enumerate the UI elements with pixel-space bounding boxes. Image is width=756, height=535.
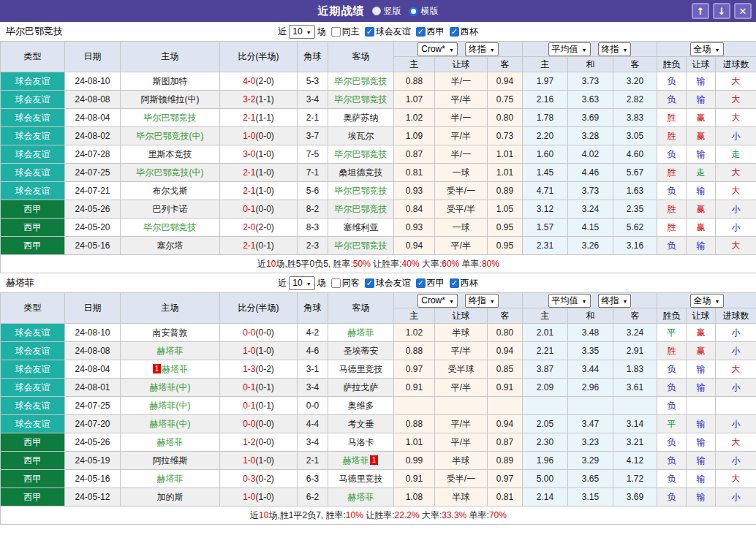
handicap-result: 赢 (687, 109, 716, 127)
handicap-result: 输 (687, 237, 716, 255)
table-row: 球会友谊24-08-04毕尔巴鄂竞技2-1(1-1)2-1奥萨苏纳1.02半/一… (1, 109, 756, 127)
recent-count-value: 10 (292, 278, 302, 288)
league-friendly-checkbox[interactable] (365, 278, 374, 288)
same-venue-checkbox[interactable] (331, 27, 341, 37)
home-team: 毕尔巴鄂竞技 (121, 109, 220, 127)
average-select[interactable]: 平均值 (548, 42, 591, 56)
league-friendly-checkbox[interactable] (365, 27, 374, 37)
team-link: 赫塔菲(中) (150, 401, 191, 411)
league-type-badge: 球会友谊 (1, 379, 65, 397)
avg-draw-odds: 2.96 (568, 379, 613, 397)
same-venue-checkbox[interactable] (331, 278, 341, 288)
final-odds-select-2[interactable]: 终指 (598, 294, 632, 308)
corner-score: 5-3 (298, 72, 328, 91)
recent-count-select[interactable]: 10 (289, 276, 314, 290)
crow-handicap: 半球 (435, 488, 488, 506)
team-link: 毕尔巴鄂竞技(中) (137, 167, 204, 178)
section-away-team: 赫塔菲 近 10 场 同客 球会友谊 西甲 西杯 类型 (0, 273, 756, 525)
crow-handicap: 半/一 (435, 72, 488, 91)
crow-handicap: 一球 (435, 219, 488, 237)
win-loss-result: 胜 (657, 127, 687, 145)
final-odds-select-2[interactable]: 终指 (598, 42, 632, 56)
match-date: 24-08-10 (65, 72, 121, 91)
col-type: 类型 (1, 42, 65, 72)
league-type-badge: 西甲 (1, 488, 65, 506)
goals-result: 小 (716, 488, 756, 506)
league-cup-checkbox[interactable] (450, 27, 459, 37)
col-winloss: 胜负 (657, 308, 687, 324)
average-select[interactable]: 平均值 (548, 294, 591, 308)
avg-away-odds: 3.14 (613, 415, 657, 433)
bookmaker-select[interactable]: Crow* (417, 294, 458, 308)
crow-away-odds: 1.05 (488, 200, 523, 219)
col-corner: 角球 (298, 293, 328, 324)
crow-away-odds: 0.95 (488, 237, 523, 255)
win-loss-result: 负 (657, 397, 687, 415)
league-laliga-checkbox[interactable] (416, 27, 426, 37)
final-odds-select[interactable]: 终指 (465, 294, 499, 308)
move-down-button[interactable] (713, 3, 730, 19)
league-laliga-checkbox[interactable] (416, 278, 426, 288)
match-score: 0-3(0-2) (220, 470, 298, 488)
home-team: 1赫塔菲 (121, 360, 220, 379)
team-link: 赫塔菲 (348, 327, 374, 338)
match-score: 0-0(0-0) (220, 415, 298, 433)
chevron-down-icon (306, 26, 311, 37)
avg-away-odds: 3.05 (613, 127, 657, 145)
corner-score: 6-3 (298, 470, 328, 488)
home-team: 巴列卡诺 (121, 200, 220, 219)
win-loss-result: 胜 (657, 342, 687, 360)
league-friendly-label: 球会友谊 (376, 277, 411, 289)
corner-score: 4-4 (298, 415, 328, 433)
away-team: 毕尔巴鄂竞技 (328, 237, 394, 255)
handicap-result: 输 (687, 145, 716, 164)
avg-draw-odds: 3.73 (568, 72, 613, 91)
crow-away-odds: 0.89 (488, 452, 523, 470)
col-avg-away: 客 (613, 57, 657, 72)
recent-count-select[interactable]: 10 (289, 25, 314, 39)
crow-handicap: 平/半 (435, 379, 488, 397)
close-button[interactable] (734, 3, 752, 19)
match-score: 1-0(1-0) (220, 342, 298, 360)
titlebar: 近期战绩 竖版 横版 (0, 0, 756, 22)
layout-horizontal-radio[interactable]: 横版 (409, 5, 439, 18)
scope-select[interactable]: 全场 (690, 294, 724, 308)
corner-score: 7-5 (298, 145, 328, 164)
crow-handicap: 半/一 (435, 109, 488, 127)
games-label: 场 (317, 277, 326, 289)
win-loss-result: 负 (657, 379, 687, 397)
home-team: 加的斯 (121, 488, 220, 506)
away-team: 考文垂 (328, 415, 394, 433)
goals-result: 小 (716, 127, 756, 145)
crow-away-odds: 0.94 (488, 415, 523, 433)
fulltime-score: 0-1 (243, 401, 255, 411)
table-row: 西甲24-05-16赫塔菲0-3(0-2)6-3马德里竞技0.91受半/一0.9… (1, 470, 756, 488)
scope-select[interactable]: 全场 (690, 42, 724, 56)
move-up-button[interactable] (692, 3, 709, 19)
crow-odds-group: Crow* 终指 (394, 293, 523, 308)
crow-home-odds: 0.91 (394, 470, 435, 488)
league-cup-checkbox[interactable] (450, 278, 459, 288)
chevron-down-icon (490, 295, 495, 306)
crow-away-odds: 0.87 (488, 433, 523, 452)
win-loss-result: 负 (657, 91, 687, 109)
layout-vertical-radio[interactable]: 竖版 (372, 5, 401, 18)
crow-away-odds: 0.97 (488, 470, 523, 488)
final-odds-select[interactable]: 终指 (465, 42, 499, 56)
team-link: 考文垂 (348, 419, 374, 429)
chevron-down-icon (490, 44, 495, 54)
match-date: 24-05-16 (65, 470, 121, 488)
col-avg-away: 客 (613, 308, 657, 324)
away-team: 毕尔巴鄂竞技 (328, 200, 394, 219)
bookmaker-select[interactable]: Crow* (417, 42, 458, 56)
result-group: 全场 (657, 293, 756, 308)
crow-odds-group: Crow* 终指 (394, 42, 523, 57)
league-type-badge: 球会友谊 (1, 72, 65, 91)
crow-home-odds: 0.88 (394, 415, 435, 433)
fulltime-score: 1-0 (243, 492, 255, 502)
crow-away-odds: 0.89 (488, 182, 523, 200)
away-team: 毕尔巴鄂竞技 (328, 182, 394, 200)
crow-away-odds: 0.75 (488, 91, 523, 109)
match-date: 24-07-28 (65, 145, 121, 164)
col-away: 客场 (328, 293, 394, 324)
